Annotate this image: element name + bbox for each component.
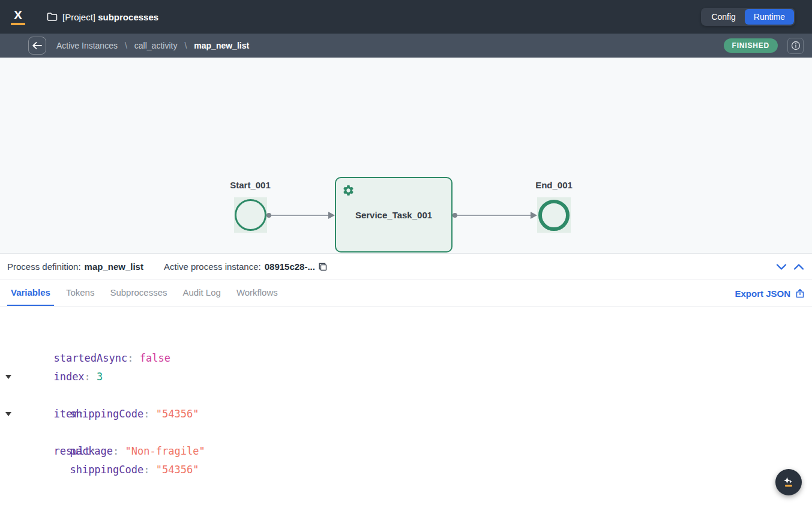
json-colon: : (143, 464, 149, 476)
flow-arrowhead-icon (328, 212, 335, 219)
process-diagram-canvas[interactable]: Start_001 End_001 Service_Task_001 (0, 58, 812, 254)
ai-assistant-button[interactable] (775, 469, 802, 495)
variable-row: index: 3 (0, 349, 812, 368)
folder-icon (47, 12, 58, 22)
app-logo[interactable]: X (11, 8, 25, 25)
sequence-flow-1 (268, 215, 334, 216)
variables-panel: startedAsync: false index: 3 item: shipp… (0, 306, 812, 514)
gear-icon (342, 184, 355, 199)
arrow-left-icon (32, 41, 43, 50)
process-definition-value: map_new_list (85, 261, 143, 272)
sequence-flow-2 (454, 215, 536, 216)
json-value: "54356" (156, 464, 199, 476)
tab-workflows[interactable]: Workflows (233, 287, 281, 306)
info-icon (791, 41, 801, 50)
logo-letter: X (14, 8, 22, 22)
start-event-node[interactable] (235, 199, 266, 231)
breadcrumb-call-activity[interactable]: call_activity (134, 41, 178, 50)
variable-row: shippingCode: "54356" (0, 442, 812, 461)
info-button[interactable] (787, 38, 804, 54)
breadcrumb-current: map_new_list (194, 41, 249, 50)
flow-source-dot (453, 213, 457, 218)
process-definition-label: Process definition: (7, 261, 81, 272)
variable-row: package: "Non-fragile" (0, 423, 812, 442)
breadcrumb-bar: Active Instances \ call_activity \ map_n… (0, 34, 812, 58)
json-tree: startedAsync: false index: 3 item: shipp… (0, 306, 812, 461)
process-instance-label: Active process instance: (164, 261, 261, 272)
config-button[interactable]: Config (702, 9, 744, 25)
variable-row: item: (0, 368, 812, 386)
status-badge: FINISHED (724, 38, 778, 53)
start-event-label: Start_001 (211, 180, 289, 190)
logo-underline (11, 23, 25, 25)
chevron-up-icon[interactable] (793, 263, 805, 271)
config-runtime-toggle: Config Runtime (701, 8, 795, 26)
process-instance-value: 08915c28-... (265, 261, 315, 272)
chevron-down-icon[interactable] (775, 263, 787, 271)
breadcrumb-active-instances[interactable]: Active Instances (56, 41, 118, 50)
variable-row: shippingCode: "54356" (0, 386, 812, 405)
flow-source-dot (266, 213, 271, 218)
tab-variables[interactable]: Variables (7, 287, 54, 306)
project-prefix: [Project] (62, 12, 95, 22)
sparkles-icon (782, 476, 795, 489)
flow-arrowhead-icon (531, 212, 537, 219)
project-name: subprocesses (98, 12, 158, 22)
end-event-label: End_001 (515, 180, 593, 190)
project-title: [Project] subprocesses (47, 12, 158, 22)
copy-icon[interactable] (318, 262, 328, 272)
breadcrumb-separator: \ (125, 41, 127, 50)
service-task-node[interactable]: Service_Task_001 (335, 177, 453, 253)
export-icon[interactable] (795, 288, 805, 299)
collapse-triangle-icon[interactable] (5, 412, 11, 416)
variable-row: startedAsync: false (0, 330, 812, 349)
end-event-node[interactable] (538, 200, 570, 231)
runtime-button[interactable]: Runtime (745, 9, 794, 25)
process-info-row: Process definition: map_new_list Active … (0, 254, 812, 280)
detail-tabs: Variables Tokens Subprocesses Audit Log … (0, 280, 812, 306)
tab-tokens[interactable]: Tokens (62, 287, 98, 306)
tab-audit-log[interactable]: Audit Log (179, 287, 224, 306)
breadcrumb-separator: \ (184, 41, 187, 50)
json-key: shippingCode (70, 464, 143, 476)
variable-row: result: (0, 405, 812, 423)
service-task-label: Service_Task_001 (336, 210, 451, 220)
export-json-button[interactable]: Export JSON (735, 288, 790, 299)
collapse-triangle-icon[interactable] (5, 375, 11, 379)
back-button[interactable] (28, 37, 46, 55)
breadcrumb: Active Instances \ call_activity \ map_n… (56, 41, 249, 50)
tab-subprocesses[interactable]: Subprocesses (106, 287, 170, 306)
top-bar: X [Project] subprocesses Config Runtime (0, 0, 812, 34)
